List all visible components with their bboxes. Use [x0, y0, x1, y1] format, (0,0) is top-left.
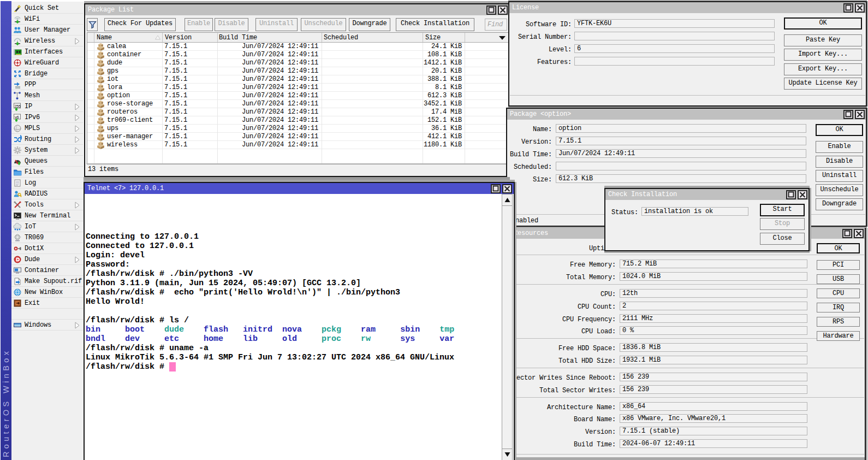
svg-text:v6: v6 [15, 115, 19, 120]
svg-text:255: 255 [15, 104, 21, 108]
